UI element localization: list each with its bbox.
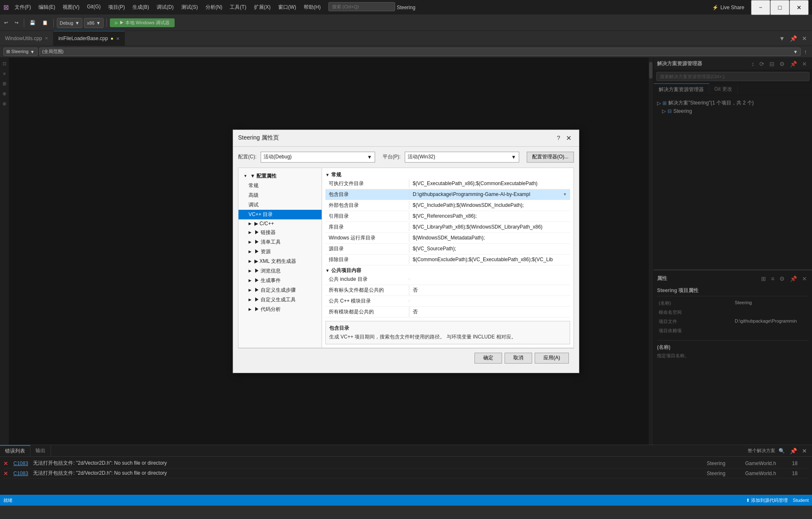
dialog-tree-build-events[interactable]: ▶ 生成事件 — [239, 276, 322, 285]
dialog-ok-button[interactable]: 确定 — [475, 353, 502, 364]
minimize-button[interactable]: － — [751, 0, 770, 15]
run-debugger-button[interactable]: ▶ ▶ 本地 Windows 调试器 — [110, 18, 175, 27]
dialog-help-button[interactable]: ? — [553, 134, 563, 142]
dialog-tree-general[interactable]: 常规 — [239, 181, 322, 191]
tab-list-button[interactable]: ▼ — [777, 34, 787, 43]
prop-row-all-headers[interactable]: 所有标头文件都是公共的 否 — [325, 285, 570, 296]
dialog-tree-config-root[interactable]: ▼ 配置属性 — [239, 171, 322, 181]
bottom-close-btn[interactable]: ✕ — [800, 447, 809, 455]
prop-row-pub-module[interactable]: 公共 C++ 模块目录 — [325, 296, 570, 307]
menu-debug[interactable]: 调试(D) — [153, 2, 177, 13]
dialog-tree-manifest[interactable]: ▶ 清单工具 — [239, 237, 322, 247]
dialog-titlebar: Steering 属性页 ? ✕ — [233, 130, 579, 147]
dialog-tree-custom-build[interactable]: ▶ 自定义生成步骤 — [239, 285, 322, 295]
global-scope-dropdown[interactable]: (全局范围) ▼ — [39, 48, 801, 56]
close-button[interactable]: ✕ — [789, 0, 809, 15]
tab-actions: ▼ 📌 ✕ — [774, 31, 812, 46]
prop-row-ext-include[interactable]: 外部包含目录 $(VC_IncludePath);$(WindowsSDK_In… — [325, 200, 570, 211]
dialog-apply-button[interactable]: 应用(A) — [535, 353, 569, 364]
config-dropdown[interactable]: Debug ▼ — [57, 18, 82, 28]
prop-row-source[interactable]: 源目录 $(VC_SourcePath); — [325, 244, 570, 254]
prop-row-exclude[interactable]: 排除目录 $(CommonExcludePath);$(VC_Executabl… — [325, 254, 570, 265]
project-scope-dropdown[interactable]: ⊞ Steering ▼ — [3, 48, 38, 56]
tab-output[interactable]: 输出 — [30, 445, 51, 456]
maximize-button[interactable]: □ — [770, 0, 789, 15]
menu-test[interactable]: 测试(S) — [178, 2, 201, 13]
tab-pin-button[interactable]: 📌 — [788, 34, 799, 43]
undo-button[interactable]: ↩ — [2, 19, 10, 27]
platform-label: 平台(P): — [383, 153, 401, 160]
error-code-1[interactable]: C1083 — [13, 471, 28, 476]
dialog-tree-cpp[interactable]: ▶ C/C++ — [239, 219, 322, 228]
menu-git[interactable]: Git(G) — [84, 2, 104, 13]
tab-windowutils-close[interactable]: ✕ — [45, 36, 48, 41]
menu-view[interactable]: 视图(V) — [59, 2, 83, 13]
dialog-tree-code-analysis[interactable]: ▶ 代码分析 — [239, 305, 322, 314]
dialog-tree-advanced[interactable]: 高级 — [239, 191, 322, 200]
prop-row-ref[interactable]: 引用目录 $(VC_ReferencesPath_x86); — [325, 211, 570, 222]
tab-inifileloaderbase-close[interactable]: ✕ — [116, 36, 119, 41]
tree-advanced-label: 高级 — [249, 192, 259, 199]
prop-val-executable: $(VC_ExecutablePath_x86);$(CommonExecuta… — [409, 179, 570, 188]
platform-dropdown[interactable]: x86 ▼ — [84, 18, 104, 28]
dialog-tree-linker[interactable]: ▶ 链接器 — [239, 228, 322, 237]
dialog-tree-xml[interactable]: ▶ XML 文档生成器 — [239, 257, 322, 266]
prop-key-ref: 引用目录 — [325, 211, 409, 221]
dialog-tree-browse[interactable]: ▶ 浏览信息 — [239, 266, 322, 276]
prop-row-lib[interactable]: 库目录 $(VC_LibraryPath_x86);$(WindowsSDK_L… — [325, 222, 570, 233]
menu-edit[interactable]: 编辑(E) — [35, 2, 58, 13]
bottom-pin-btn[interactable]: 📌 — [788, 447, 799, 455]
prop-row-all-modules[interactable]: 所有模块都是公共的 否 — [325, 307, 570, 318]
menu-build[interactable]: 生成(B) — [129, 2, 152, 13]
toolbar-btn-2[interactable]: 📋 — [40, 19, 51, 27]
prop-row-include[interactable]: 包含目录 D:\githubpackage\Programming-Game-A… — [325, 189, 570, 200]
tab-windowutils[interactable]: WindowUtils.cpp ✕ — [0, 31, 53, 46]
status-text: 就绪 — [3, 497, 13, 504]
prop-row-pub-include[interactable]: 公共 include 目录 — [325, 274, 570, 285]
dialog-tree-vcpp[interactable]: VC++ 目录 — [239, 210, 322, 219]
menu-file[interactable]: 文件(F) — [11, 2, 34, 13]
tree-general-label: 常规 — [249, 182, 259, 189]
toolbar-separator — [24, 19, 24, 27]
dialog-tree-debug[interactable]: 调试 — [239, 200, 322, 210]
search-input[interactable] — [328, 2, 395, 11]
error-line-1: 18 — [792, 471, 809, 476]
menu-project[interactable]: 项目(P) — [105, 2, 128, 13]
bottom-search-btn[interactable]: 🔍 — [777, 447, 787, 455]
tab-close-all-button[interactable]: ✕ — [800, 34, 809, 43]
dialog-cancel-button[interactable]: 取消 — [505, 353, 532, 364]
status-bar: 就绪 ⬆ 添加到源代码管理 Student — [0, 495, 812, 506]
dialog-tree-resource[interactable]: ▶ 资源 — [239, 247, 322, 257]
menu-window[interactable]: 窗口(W) — [275, 2, 299, 13]
error-row-1: ✕ C1083 无法打开包括文件: "2d/Vector2D.h": No su… — [3, 468, 809, 478]
dialog-close-button[interactable]: ✕ — [563, 133, 574, 143]
tab-bar: WindowUtils.cpp ✕ iniFileLoaderBase.cpp … — [0, 31, 812, 46]
tree-manifest-label: ▶ 清单工具 — [254, 239, 281, 246]
menu-tools[interactable]: 工具(T) — [226, 2, 249, 13]
menu-help[interactable]: 帮助(H) — [300, 2, 324, 13]
prop-key-executable: 可执行文件目录 — [325, 179, 409, 188]
prop-key-source: 源目录 — [325, 244, 409, 254]
tab-windowutils-label: WindowUtils.cpp — [5, 36, 42, 41]
prop-val-include[interactable]: D:\githubpackage\Programming-Game-AI-by-… — [409, 190, 570, 198]
prop-val-ext-include: $(VC_IncludePath);$(WindowsSDK_IncludePa… — [409, 201, 570, 209]
redo-button[interactable]: ↪ — [12, 19, 21, 27]
platform-value-dropdown[interactable]: 活动(Win32) ▼ — [405, 152, 519, 163]
save-button[interactable]: 💾 — [27, 19, 38, 27]
prop-row-executable[interactable]: 可执行文件目录 $(VC_ExecutablePath_x86);$(Commo… — [325, 178, 570, 189]
dialog-tree-custom-tool[interactable]: ▶ 自定义生成工具 — [239, 295, 322, 305]
menu-analyze[interactable]: 分析(N) — [202, 2, 226, 13]
tree-cpp-label: ▶ C/C++ — [254, 221, 274, 226]
error-code-0[interactable]: C1083 — [13, 460, 28, 466]
status-live-share[interactable]: ⬆ 添加到源代码管理 — [746, 497, 788, 504]
prop-row-winlib[interactable]: Windows 运行库目录 $(WindowsSDK_MetadataPath)… — [325, 233, 570, 244]
live-share-button[interactable]: ⚡ Live Share — [712, 5, 744, 10]
scroll-up-btn[interactable]: ↑ — [802, 48, 809, 56]
menu-extensions[interactable]: 扩展(X) — [251, 2, 274, 13]
run-label: ▶ 本地 Windows 调试器 — [119, 20, 170, 26]
config-value-dropdown[interactable]: 活动(Debug) ▼ — [261, 152, 375, 163]
editor-toolbar: ⊞ Steering ▼ (全局范围) ▼ ↑ — [0, 46, 812, 58]
tab-inifileloaderbase[interactable]: iniFileLoaderBase.cpp ● ✕ — [53, 31, 125, 46]
tab-error-list[interactable]: 错误列表 — [0, 445, 30, 456]
config-manager-button[interactable]: 配置管理器(O)... — [527, 152, 574, 163]
